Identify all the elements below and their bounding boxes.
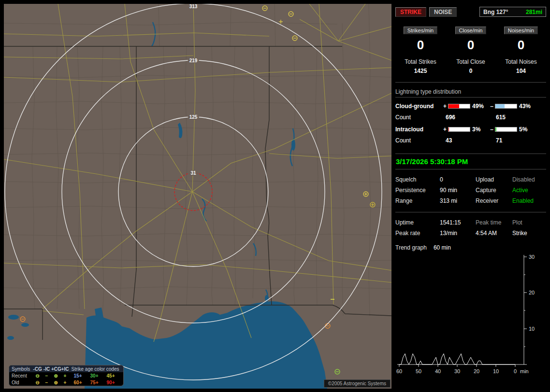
legend-col-header: -CG — [33, 366, 42, 372]
strikes-per-min-col: Strikes/min 0 Total Strikes 1425 — [395, 27, 446, 74]
count-label: Count — [395, 137, 446, 144]
age-code: 75+ — [86, 380, 102, 385]
status-section: Squelch 0 Upload Disabled Persistence 90… — [395, 176, 546, 204]
age-code: 45+ — [102, 373, 119, 378]
legend-symbols-header: Symbols — [12, 366, 33, 372]
total-strikes-label: Total Strikes — [395, 58, 446, 65]
squelch-label: Squelch — [395, 176, 440, 183]
y-tick: 10 — [529, 326, 535, 332]
bearing-label: Bng 127° — [483, 9, 508, 15]
plot-label: Plot — [512, 219, 546, 226]
legend-col-header: -IC — [42, 366, 51, 372]
ic-plus-bar — [448, 127, 470, 132]
plus-sign: + — [442, 103, 448, 110]
trend-label-text: Trend graph — [395, 244, 427, 251]
ic-plus-pct: 3% — [470, 126, 489, 133]
bearing-range: 281mi — [526, 9, 542, 15]
close-per-min-badge: Close/min — [455, 27, 487, 34]
legend-col-header: +IC — [60, 366, 70, 372]
x-tick: 40 — [435, 368, 441, 374]
close-per-min-col: Close/min 0 Total Close 0 — [446, 27, 496, 74]
total-noises-label: Total Noises — [496, 58, 546, 65]
control-panel: STRIKE NOISE Bng 127° 281mi Strikes/min … — [395, 4, 546, 389]
total-close-label: Total Close — [446, 58, 496, 65]
x-tick: 30 — [454, 368, 460, 374]
y-tick: 30 — [529, 254, 535, 260]
count-label: Count — [395, 114, 446, 121]
trend-series — [399, 354, 515, 364]
cloud-ground-counts: Count 696 615 — [395, 114, 546, 121]
map-legend: Symbols -CG -IC +CG +IC Strike age color… — [9, 365, 124, 386]
intracloud-counts: Count 43 71 — [395, 137, 546, 144]
age-code: 30+ — [86, 373, 102, 378]
squelch-value: 0 — [440, 176, 476, 183]
age-code: 60+ — [70, 380, 86, 385]
neg-ic-icon: − — [42, 380, 51, 385]
legend-age-header: Strike age color codes — [70, 366, 121, 372]
x-tick: 50 — [416, 368, 421, 374]
age-code: 15+ — [70, 373, 86, 378]
peak-time-value: 4:54 AM — [476, 230, 512, 237]
trend-window: 60 min — [434, 244, 451, 251]
cg-plus-bar — [448, 104, 470, 109]
pos-ic-icon: + — [60, 380, 70, 385]
ic-minus-count: 71 — [496, 137, 546, 144]
legend-row-label: Recent — [12, 373, 33, 378]
total-strikes-value: 1425 — [395, 68, 446, 74]
distribution-title: Lightning type distribution — [395, 88, 546, 98]
neg-cg-icon: ⊖ — [33, 380, 42, 385]
neg-cg-icon: ⊖ — [33, 373, 42, 378]
x-tick: 60 — [396, 368, 402, 374]
x-tick: 10 — [493, 368, 499, 374]
neg-ic-icon: − — [42, 373, 51, 378]
ic-plus-count: 43 — [446, 137, 496, 144]
capture-label: Capture — [476, 187, 512, 194]
age-code: 90+ — [102, 380, 119, 385]
cg-plus-pct: 49% — [470, 103, 489, 110]
uptime-value: 1541:15 — [440, 219, 476, 226]
strikes-per-min-badge: Strikes/min — [404, 27, 437, 34]
range-label: Range — [395, 197, 440, 204]
ic-minus-pct: 5% — [517, 126, 536, 133]
cg-plus-count: 696 — [446, 114, 496, 121]
range-ring-label: 219 — [188, 58, 199, 63]
minus-sign: – — [489, 126, 495, 133]
ic-minus-bar — [495, 127, 517, 132]
bearing-readout: Bng 127° 281mi — [479, 7, 546, 17]
trend-graph: 30 20 10 60 50 40 30 20 10 0 min — [395, 252, 546, 379]
pos-ic-icon: + — [60, 373, 70, 378]
legend-row-label: Old — [12, 380, 33, 385]
pos-cg-icon: ⊕ — [51, 373, 60, 378]
x-tick: 20 — [474, 368, 479, 374]
noise-mode-button[interactable]: NOISE — [429, 7, 457, 17]
rate-stats: Strikes/min 0 Total Strikes 1425 Close/m… — [395, 27, 546, 74]
close-per-min-value: 0 — [446, 38, 496, 53]
dist-name: Cloud-ground — [395, 103, 442, 110]
noises-per-min-col: Noises/min 0 Total Noises 104 — [496, 27, 546, 74]
noises-per-min-badge: Noises/min — [504, 27, 538, 34]
receiver-label: Receiver — [476, 197, 512, 204]
persistence-value: 90 min — [440, 187, 476, 194]
plot-value: Strike — [512, 230, 546, 237]
range-ring-label: 125 — [188, 114, 199, 120]
mode-toolbar: STRIKE NOISE Bng 127° 281mi — [395, 7, 546, 17]
uptime-section: Uptime 1541:15 Peak time Plot Peak rate … — [395, 219, 546, 237]
pos-cg-icon: ⊕ — [51, 380, 60, 385]
strikes-per-min-value: 0 — [395, 38, 446, 53]
strike-mode-button[interactable]: STRIKE — [395, 7, 426, 17]
range-ring-label: 313 — [188, 4, 199, 9]
total-noises-value: 104 — [496, 68, 546, 74]
persistence-label: Persistence — [395, 187, 440, 194]
upload-label: Upload — [476, 176, 512, 183]
divider — [395, 212, 546, 212]
nexstorm-window: 313 219 125 31 Symbols -CG -IC +CG +IC S… — [0, 0, 550, 392]
intracloud-row: Intracloud + 3% – 5% — [395, 126, 546, 133]
receiver-value: Enabled — [512, 197, 546, 204]
lightning-map[interactable]: 313 219 125 31 Symbols -CG -IC +CG +IC S… — [4, 4, 391, 389]
plus-sign: + — [442, 126, 448, 133]
divider — [395, 82, 546, 83]
cg-minus-pct: 43% — [517, 103, 536, 110]
upload-value: Disabled — [512, 176, 546, 183]
peak-rate-label: Peak rate — [395, 230, 440, 237]
uptime-label: Uptime — [395, 219, 440, 226]
